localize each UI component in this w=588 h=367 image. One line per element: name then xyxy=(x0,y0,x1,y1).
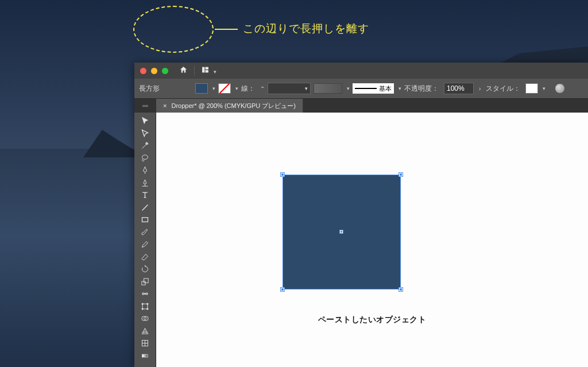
canvas-caption-text: ペーストしたいオブジェクト xyxy=(156,315,588,325)
annotation-connector-line xyxy=(215,29,238,30)
stroke-label: 線： xyxy=(241,84,255,94)
window-controls xyxy=(140,68,168,74)
svg-rect-7 xyxy=(144,279,149,283)
chevron-down-icon[interactable]: ▾ xyxy=(347,86,350,91)
close-window-button[interactable] xyxy=(140,68,146,74)
chevron-down-icon[interactable]: ▾ xyxy=(399,86,401,91)
opacity-label: 不透明度： xyxy=(404,84,439,94)
mesh-tool[interactable] xyxy=(134,337,156,350)
stroke-weight-input[interactable]: ▾ xyxy=(268,83,311,94)
work-area: ペーストしたいオブジェクト xyxy=(134,113,588,367)
scale-tool[interactable] xyxy=(134,276,156,288)
svg-point-9 xyxy=(142,303,144,305)
brush-tool[interactable] xyxy=(134,226,156,239)
svg-rect-16 xyxy=(142,354,148,357)
svg-point-10 xyxy=(147,303,149,305)
pen-tool[interactable] xyxy=(134,164,156,177)
shape-type-label: 長方形 xyxy=(139,84,160,94)
selection-handle-bottom-right[interactable] xyxy=(399,288,403,291)
chevron-down-icon: ▾ xyxy=(214,69,216,75)
arrange-documents-button[interactable]: ▾ xyxy=(201,66,216,75)
chevron-down-icon[interactable]: ▾ xyxy=(543,86,546,91)
width-tool[interactable] xyxy=(134,288,156,300)
free-transform-tool[interactable] xyxy=(134,300,156,313)
zoom-window-button[interactable] xyxy=(162,68,168,74)
svg-line-4 xyxy=(142,204,148,210)
pencil-tool[interactable] xyxy=(134,238,156,251)
magic-wand-tool[interactable] xyxy=(134,140,156,152)
rotate-tool[interactable] xyxy=(134,263,156,276)
selection-center-point[interactable] xyxy=(340,230,343,233)
variable-width-profile[interactable] xyxy=(314,83,342,94)
profile-label: 基本 xyxy=(379,84,392,93)
brush-profile-dropdown[interactable]: 基本 xyxy=(353,83,394,94)
direct-selection-tool[interactable] xyxy=(134,128,156,140)
type-tool[interactable] xyxy=(134,189,156,202)
canvas-artboard[interactable]: ペーストしたいオブジェクト xyxy=(156,113,588,367)
svg-rect-1 xyxy=(206,67,208,69)
opacity-expand-button[interactable]: › xyxy=(477,86,483,92)
svg-rect-2 xyxy=(206,70,208,72)
document-tabs-bar: × Dropper* @ 200% (CMYK/GPU プレビュー) xyxy=(134,99,588,113)
style-label: スタイル： xyxy=(486,84,520,94)
gradient-tool[interactable] xyxy=(134,350,156,362)
svg-point-11 xyxy=(142,308,144,310)
svg-point-12 xyxy=(147,308,149,310)
control-bar: 長方形 ▾ ▾ 線： ⌃ ▾ ▾ 基本 ▾ 不透明度： 100% › スタイル：… xyxy=(134,79,588,99)
eraser-tool[interactable] xyxy=(134,251,156,264)
panel-grip[interactable] xyxy=(134,99,156,113)
selection-handle-bottom-left[interactable] xyxy=(281,288,284,291)
stroke-stepper-down[interactable]: ⌃ xyxy=(260,86,265,92)
lasso-tool[interactable] xyxy=(134,152,156,165)
perspective-grid-tool[interactable] xyxy=(134,325,156,338)
selection-handle-top-right[interactable] xyxy=(399,173,403,176)
svg-rect-0 xyxy=(202,67,204,73)
shape-builder-tool[interactable] xyxy=(134,312,156,325)
minimize-window-button[interactable] xyxy=(151,68,157,74)
chevron-down-icon[interactable]: ▾ xyxy=(235,86,238,91)
selection-tool[interactable] xyxy=(134,115,156,128)
chevron-down-icon[interactable]: ▾ xyxy=(212,86,215,91)
tools-panel xyxy=(134,113,156,367)
stroke-color-swatch[interactable] xyxy=(218,83,231,94)
opacity-input[interactable]: 100% xyxy=(444,83,474,94)
line-tool[interactable] xyxy=(134,202,156,214)
wallpaper-ocean xyxy=(0,149,135,367)
close-tab-icon[interactable]: × xyxy=(163,102,167,109)
selection-handle-top-left[interactable] xyxy=(281,173,284,176)
svg-rect-6 xyxy=(142,281,145,285)
annotation-text: この辺りで長押しを離す xyxy=(243,21,369,36)
illustrator-window: ▾ 長方形 ▾ ▾ 線： ⌃ ▾ ▾ 基本 ▾ 不透明度： 100% › スタイ… xyxy=(134,63,588,367)
stroke-line-icon xyxy=(355,88,377,89)
document-tab[interactable]: × Dropper* @ 200% (CMYK/GPU プレビュー) xyxy=(156,99,303,113)
svg-rect-5 xyxy=(142,218,148,222)
title-bar: ▾ xyxy=(134,63,588,79)
svg-point-3 xyxy=(142,155,148,160)
document-setup-icon[interactable] xyxy=(555,83,565,94)
document-tab-title: Dropper* @ 200% (CMYK/GPU プレビュー) xyxy=(171,102,296,110)
selected-rectangle-object[interactable] xyxy=(283,175,401,289)
graphic-style-swatch[interactable] xyxy=(525,83,538,94)
separator xyxy=(194,65,195,76)
annotation-ellipse xyxy=(133,6,214,53)
fill-color-swatch[interactable] xyxy=(195,83,208,94)
curvature-tool[interactable] xyxy=(134,177,156,190)
rectangle-tool[interactable] xyxy=(134,214,156,226)
svg-rect-8 xyxy=(142,304,148,309)
home-icon[interactable] xyxy=(179,65,188,76)
